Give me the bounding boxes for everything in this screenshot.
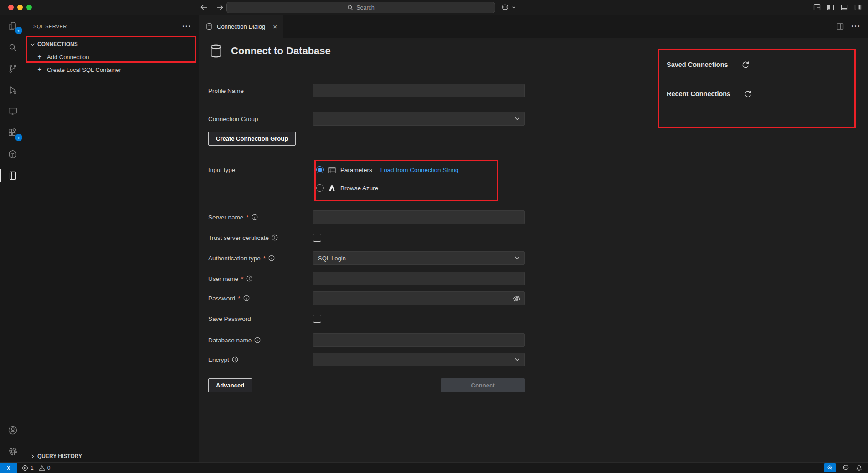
profile-name-input[interactable] [313, 84, 525, 97]
user-name-input[interactable] [313, 272, 525, 285]
zoom-indicator[interactable] [824, 463, 836, 472]
sidebar-item-explorer[interactable]: 1 [0, 15, 26, 36]
plus-icon: + [36, 53, 43, 61]
sidebar-title: SQL SERVER [33, 24, 67, 29]
close-window-button[interactable] [8, 5, 14, 10]
account-icon [8, 425, 18, 435]
tab-bar: Connection Dialog × ··· [199, 15, 868, 38]
forward-arrow-icon[interactable] [216, 4, 224, 11]
saved-connections-title: Saved Connections [667, 61, 728, 68]
required-marker: * [263, 255, 266, 262]
authentication-type-select[interactable]: SQL Login [313, 251, 525, 265]
user-name-label: User name [208, 275, 238, 282]
search-placeholder: Search [356, 5, 375, 11]
required-marker: * [241, 275, 243, 282]
database-name-input[interactable] [313, 333, 525, 347]
info-icon[interactable] [252, 214, 258, 220]
error-icon [22, 465, 28, 471]
info-icon[interactable] [268, 255, 275, 261]
password-input[interactable] [313, 292, 524, 305]
copilot-menu[interactable] [501, 0, 516, 15]
database-name-label: Database name [208, 337, 252, 344]
toggle-primary-sidebar-icon[interactable] [827, 4, 834, 11]
required-marker: * [246, 214, 248, 221]
database-icon [205, 23, 213, 30]
info-icon[interactable] [254, 337, 261, 343]
input-type-label: Input type [208, 167, 235, 173]
advanced-button[interactable]: Advanced [208, 378, 252, 392]
remote-indicator[interactable] [0, 463, 17, 473]
trust-server-certificate-checkbox[interactable] [313, 234, 321, 242]
close-tab-icon[interactable]: × [273, 23, 277, 30]
customize-layout-icon[interactable] [813, 4, 821, 11]
sidebar-item-extensions[interactable]: 1 [0, 122, 26, 143]
connection-group-select[interactable] [313, 112, 525, 126]
sql-server-icon [8, 171, 18, 181]
sidebar-item-search[interactable] [0, 36, 26, 58]
save-password-checkbox[interactable] [313, 315, 321, 323]
create-connection-group-button[interactable]: Create Connection Group [208, 132, 296, 146]
toggle-panel-icon[interactable] [841, 4, 848, 11]
run-debug-icon [8, 85, 18, 95]
extensions-badge: 1 [15, 134, 22, 141]
save-password-label: Save Password [208, 315, 251, 322]
sql-server-sidebar: SQL SERVER ··· CONNECTIONS + Add Connect… [26, 15, 199, 462]
connect-button[interactable]: Connect [441, 378, 525, 392]
add-connection-item[interactable]: + Add Connection [26, 51, 199, 63]
browse-azure-radio[interactable] [316, 184, 324, 192]
chevron-down-icon [512, 5, 516, 10]
query-history-section-header[interactable]: QUERY HISTORY [26, 450, 199, 462]
activity-bar: 1 1 [0, 15, 26, 462]
info-icon[interactable] [232, 356, 238, 363]
sidebar-item-sql-server[interactable] [0, 165, 26, 186]
tab-label: Connection Dialog [217, 23, 265, 30]
split-editor-icon[interactable] [837, 23, 844, 30]
editor-area: Connection Dialog × ··· Connect to Datab… [199, 15, 868, 462]
explorer-badge: 1 [15, 27, 22, 34]
window-controls [8, 5, 32, 10]
maximize-window-button[interactable] [26, 5, 32, 10]
parameters-radio[interactable] [316, 166, 324, 173]
toggle-secondary-sidebar-icon[interactable] [854, 4, 862, 11]
chevron-down-icon [514, 358, 520, 361]
sidebar-item-source-control[interactable] [0, 58, 26, 79]
toggle-password-visibility-icon[interactable] [513, 295, 521, 302]
refresh-saved-connections-icon[interactable] [742, 61, 750, 69]
editor-more-actions[interactable]: ··· [851, 24, 861, 29]
trust-server-certificate-label: Trust server certificate [208, 234, 269, 241]
authentication-type-value: SQL Login [318, 255, 346, 262]
required-marker: * [238, 295, 240, 302]
settings-button[interactable] [0, 441, 26, 462]
copilot-status-icon[interactable] [842, 464, 850, 472]
azure-icon [328, 184, 336, 192]
sidebar-more-actions[interactable]: ··· [182, 24, 191, 29]
encrypt-label: Encrypt [208, 356, 229, 363]
accounts-button[interactable] [0, 419, 26, 441]
package-icon [8, 149, 18, 159]
info-icon[interactable] [272, 234, 278, 241]
info-icon[interactable] [246, 275, 252, 282]
server-name-input[interactable] [313, 210, 525, 224]
copilot-icon [501, 3, 509, 12]
sidebar-item-containers[interactable] [0, 143, 26, 165]
sidebar-item-remote-explorer[interactable] [0, 101, 26, 122]
encrypt-select[interactable] [313, 353, 525, 366]
info-icon[interactable] [243, 295, 250, 301]
chevron-right-icon [30, 454, 35, 459]
notifications-bell-icon[interactable] [856, 464, 863, 471]
back-arrow-icon[interactable] [200, 4, 208, 11]
connections-side-panel: Saved Connections Recent Connections [655, 38, 868, 462]
create-local-sql-container-item[interactable]: + Create Local SQL Container [26, 63, 199, 76]
search-icon [347, 5, 353, 10]
chevron-down-icon [514, 117, 520, 121]
tab-connection-dialog[interactable]: Connection Dialog × [199, 15, 283, 38]
sidebar-item-run-debug[interactable] [0, 79, 26, 101]
remote-explorer-icon [8, 107, 18, 117]
browse-azure-radio-label: Browse Azure [340, 185, 378, 192]
minimize-window-button[interactable] [17, 5, 23, 10]
problems-indicator[interactable]: 1 0 [22, 465, 53, 471]
load-from-connection-string-link[interactable]: Load from Connection String [380, 167, 459, 173]
refresh-recent-connections-icon[interactable] [744, 90, 752, 98]
command-center-search[interactable]: Search [226, 2, 495, 13]
connections-section-header[interactable]: CONNECTIONS [26, 38, 199, 51]
